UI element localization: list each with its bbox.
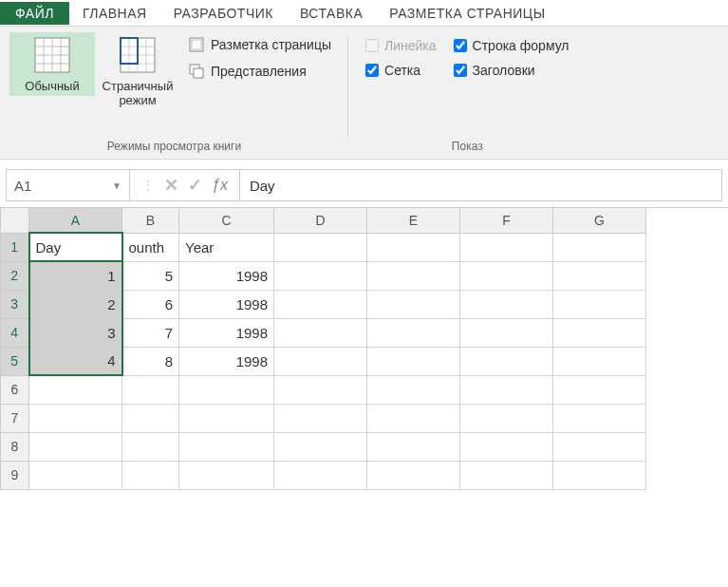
cell-F7[interactable] (460, 404, 553, 432)
name-box-dropdown-icon[interactable]: ▼ (112, 180, 121, 191)
select-all-corner[interactable] (1, 208, 29, 233)
enter-formula-icon[interactable]: ✓ (188, 175, 202, 196)
cell-A5[interactable]: 4 (29, 347, 122, 375)
cell-E7[interactable] (367, 404, 460, 432)
cell-A9[interactable] (29, 461, 122, 489)
cell-G6[interactable] (553, 375, 646, 404)
headings-checkbox[interactable]: Заголовки (454, 63, 569, 78)
row-header-3[interactable]: 3 (1, 290, 29, 318)
col-header-G[interactable]: G (553, 208, 646, 233)
cell-E5[interactable] (367, 347, 460, 375)
cell-A7[interactable] (29, 404, 122, 432)
cell-B2[interactable]: 5 (122, 261, 179, 290)
col-header-E[interactable]: E (367, 208, 460, 233)
cell-F9[interactable] (460, 461, 553, 489)
cell-G5[interactable] (553, 347, 646, 375)
cell-A4[interactable]: 3 (29, 318, 122, 347)
name-box[interactable]: ▼ (7, 170, 130, 200)
pagebreak-view-button[interactable]: Страничный режим (95, 32, 180, 110)
fx-icon[interactable]: ƒx (212, 177, 228, 194)
cell-F6[interactable] (460, 375, 553, 404)
cell-C4[interactable]: 1998 (179, 318, 274, 347)
row-header-4[interactable]: 4 (1, 318, 29, 347)
cell-C3[interactable]: 1998 (179, 290, 274, 318)
cell-C8[interactable] (179, 432, 274, 461)
ruler-checkbox-input[interactable] (365, 39, 379, 52)
cell-B8[interactable] (122, 432, 179, 461)
col-header-D[interactable]: D (274, 208, 367, 233)
cell-D1[interactable] (274, 233, 367, 261)
col-header-C[interactable]: C (179, 208, 274, 233)
cell-B4[interactable]: 7 (122, 318, 179, 347)
cell-B9[interactable] (122, 461, 179, 489)
cell-C2[interactable]: 1998 (179, 261, 274, 290)
cell-G9[interactable] (553, 461, 646, 489)
row-header-8[interactable]: 8 (1, 432, 29, 461)
tab-developer[interactable]: Разработчик (160, 2, 287, 25)
row-header-6[interactable]: 6 (1, 375, 29, 404)
tab-insert[interactable]: ВСТАВКА (287, 2, 376, 25)
cell-E9[interactable] (367, 461, 460, 489)
cell-E3[interactable] (367, 290, 460, 318)
row-header-5[interactable]: 5 (1, 347, 29, 375)
cell-A1[interactable]: Day (29, 233, 122, 261)
name-box-input[interactable] (14, 178, 121, 194)
cell-F8[interactable] (460, 432, 553, 461)
cell-D2[interactable] (274, 261, 367, 290)
cell-G1[interactable] (553, 233, 646, 261)
cell-B5[interactable]: 8 (122, 347, 179, 375)
formula-bar-checkbox[interactable]: Строка формул (454, 38, 569, 53)
cell-F4[interactable] (460, 318, 553, 347)
tab-file[interactable]: ФАЙЛ (0, 2, 69, 25)
cell-D7[interactable] (274, 404, 367, 432)
cell-E8[interactable] (367, 432, 460, 461)
cell-F3[interactable] (460, 290, 553, 318)
cell-C1[interactable]: Year (179, 233, 274, 261)
cell-E4[interactable] (367, 318, 460, 347)
cell-A3[interactable]: 2 (29, 290, 122, 318)
custom-views-button[interactable]: Представления (184, 61, 335, 82)
ruler-checkbox[interactable]: Линейка (365, 38, 437, 53)
page-layout-button[interactable]: Разметка страницы (184, 34, 335, 55)
cell-B1[interactable]: ounth (122, 233, 179, 261)
cell-B6[interactable] (122, 375, 179, 404)
cell-A6[interactable] (29, 375, 122, 404)
cell-D4[interactable] (274, 318, 367, 347)
row-header-2[interactable]: 2 (1, 261, 29, 290)
cell-B3[interactable]: 6 (122, 290, 179, 318)
cell-F2[interactable] (460, 261, 553, 290)
cell-G7[interactable] (553, 404, 646, 432)
row-header-7[interactable]: 7 (1, 404, 29, 432)
cancel-formula-icon[interactable]: ✕ (164, 175, 178, 196)
cell-E2[interactable] (367, 261, 460, 290)
cell-G3[interactable] (553, 290, 646, 318)
col-header-B[interactable]: B (122, 208, 179, 233)
cell-E1[interactable] (367, 233, 460, 261)
col-header-A[interactable]: A (29, 208, 122, 233)
col-header-F[interactable]: F (460, 208, 553, 233)
cell-A8[interactable] (29, 432, 122, 461)
normal-view-button[interactable]: Обычный (9, 32, 95, 96)
cell-C7[interactable] (179, 404, 274, 432)
cell-A2[interactable]: 1 (29, 261, 122, 290)
cell-D9[interactable] (274, 461, 367, 489)
cell-D3[interactable] (274, 290, 367, 318)
cell-E6[interactable] (367, 375, 460, 404)
cell-C9[interactable] (179, 461, 274, 489)
cell-G8[interactable] (553, 432, 646, 461)
formula-bar-checkbox-input[interactable] (454, 39, 467, 52)
formula-input[interactable] (239, 170, 721, 200)
headings-checkbox-input[interactable] (454, 64, 467, 77)
cell-G2[interactable] (553, 261, 646, 290)
row-header-9[interactable]: 9 (1, 461, 29, 489)
gridlines-checkbox[interactable]: Сетка (365, 63, 437, 78)
cell-C6[interactable] (179, 375, 274, 404)
tab-page-layout[interactable]: РАЗМЕТКА СТРАНИЦЫ (376, 2, 558, 25)
cell-G4[interactable] (553, 318, 646, 347)
cell-D8[interactable] (274, 432, 367, 461)
cell-B7[interactable] (122, 404, 179, 432)
gridlines-checkbox-input[interactable] (365, 64, 379, 77)
cell-F5[interactable] (460, 347, 553, 375)
row-header-1[interactable]: 1 (1, 233, 29, 261)
cell-F1[interactable] (460, 233, 553, 261)
